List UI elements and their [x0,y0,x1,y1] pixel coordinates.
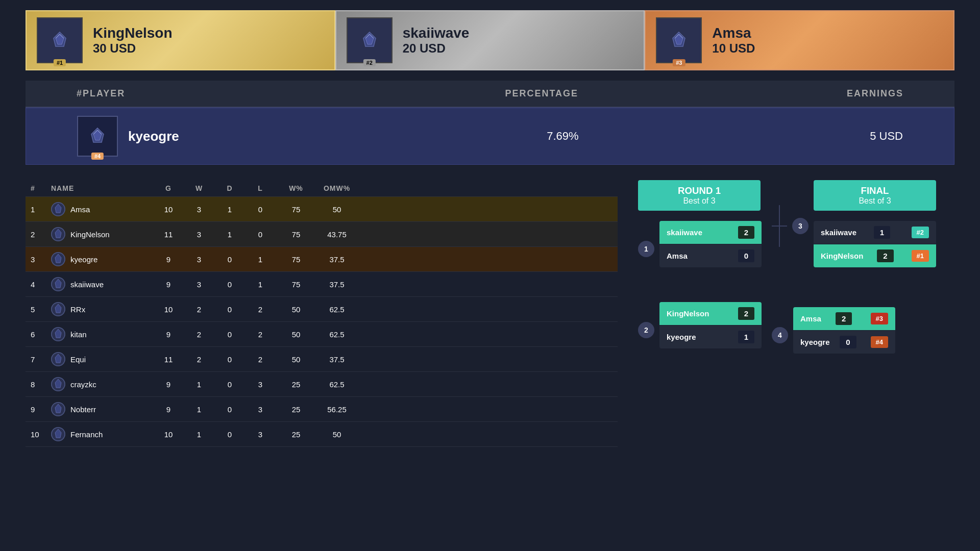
podium-first-name: KingNelson [93,25,173,41]
row-wpct: 25 [276,430,316,439]
row-l: 2 [245,330,276,339]
third-set: 4 Amsa 2 #3 kyeogre 0 #4 [772,307,936,358]
match1-p1-score: 2 [738,226,754,239]
row-d: 1 [214,230,245,239]
row-name: Fernanch [51,427,153,441]
row-d: 0 [214,380,245,389]
match2-set-num: 2 [638,322,654,338]
round1-title: ROUND 1 [648,185,750,196]
player-icon [51,377,65,391]
row-omw: 56.25 [316,405,357,414]
row-w: 3 [184,205,214,214]
connector-top [779,205,780,226]
row-rank: 5 [31,305,51,314]
row-rank: 6 [31,330,51,339]
row-g: 9 [153,405,184,414]
match1-p2-score: 0 [738,249,754,262]
podium-second-avatar: #2 [347,17,393,63]
match1-set: 1 skaiiwave 2 Amsa 0 [638,221,762,271]
player-icon [51,302,65,316]
featured-earnings: 5 USD [715,130,903,143]
col-d: D [214,184,245,192]
col-l: L [245,184,276,192]
row-name: kyeogre [51,252,153,266]
header-earn-col: EARNINGS [697,88,903,99]
row-omw: 62.5 [316,330,357,339]
third-p2-score: 0 [840,336,856,348]
row-w: 3 [184,230,214,239]
row-g: 9 [153,280,184,289]
row-wpct: 75 [276,230,316,239]
match2-row2: kyeogre 1 [659,325,762,348]
third-col: Amsa 2 #3 kyeogre 0 #4 [793,307,895,358]
final-subtitle: Best of 3 [824,196,926,206]
col-g: G [153,184,184,192]
col-omw: OMW% [316,184,357,192]
header-pct-col: PERCENTAGE [387,88,697,99]
podium-section: #1 KingNelson 30 USD #2 skaiiwave 20 USD [26,10,954,70]
right-bracket-col: 3 FINAL Best of 3 skaiiwave 1 #2 [772,180,936,358]
third-p2-name: kyeogre [800,338,830,346]
row-rank: 9 [31,405,51,414]
standings-table: # NAME G W D L W% OMW% 1 Amsa 10 3 1 0 [26,180,618,447]
row-rank: 2 [31,230,51,239]
row-wpct: 50 [276,355,316,364]
row-g: 9 [153,380,184,389]
third-match-block: Amsa 2 #3 kyeogre 0 #4 [793,307,895,354]
connector-bottom [779,227,780,247]
row-l: 3 [245,430,276,439]
row-omw: 37.5 [316,280,357,289]
third-p2-seed: #4 [871,336,888,348]
table-row: 9 Nobterr 9 1 0 3 25 56.25 [26,397,618,422]
row-omw: 37.5 [316,255,357,264]
row-w: 1 [184,405,214,414]
final-p2-name: KingNelson [821,252,863,260]
row-d: 0 [214,355,245,364]
row-w: 3 [184,280,214,289]
podium-third-name: Amsa [712,25,755,41]
row-l: 1 [245,255,276,264]
third-p1-seed: #3 [871,313,888,324]
third-row2: kyeogre 0 #4 [793,331,895,354]
third-p1-score: 2 [836,312,852,325]
connector-area [772,205,787,247]
main-content: # NAME G W D L W% OMW% 1 Amsa 10 3 1 0 [26,180,954,447]
player-icon [51,402,65,416]
match2-block: KingNelson 2 kyeogre 1 [659,302,762,348]
row-rank: 4 [31,280,51,289]
player-icon [51,252,65,266]
row-wpct: 75 [276,255,316,264]
row-d: 0 [214,430,245,439]
final-match-block: skaiiwave 1 #2 KingNelson 2 #1 [814,221,936,267]
match2-p1-score: 2 [738,307,754,320]
podium-first-info: KingNelson 30 USD [93,25,173,56]
final-p2-score: 2 [877,249,893,262]
featured-player: #4 kyeogre 7.69% 5 USD [26,108,954,165]
row-wpct: 25 [276,380,316,389]
featured-avatar: #4 [77,116,118,157]
podium-first-rank: #1 [54,59,66,66]
final-row2: KingNelson 2 #1 [814,244,936,267]
table-row: 5 RRx 10 2 0 2 50 62.5 [26,297,618,322]
podium-third-info: Amsa 10 USD [712,25,755,56]
row-g: 10 [153,305,184,314]
row-name: skaiiwave [51,277,153,291]
match1-set-num: 1 [638,241,654,257]
podium-third-earnings: 10 USD [712,41,755,56]
player-icon [51,327,65,341]
row-g: 9 [153,255,184,264]
row-rank: 3 [31,255,51,264]
match2-row1: KingNelson 2 [659,302,762,325]
row-wpct: 50 [276,330,316,339]
final-p1-score: 1 [874,226,890,239]
row-wpct: 50 [276,305,316,314]
final-p2-seed: #1 [912,250,929,262]
table-row: 4 skaiiwave 9 3 0 1 75 37.5 [26,272,618,297]
row-name: kitan [51,327,153,341]
row-l: 0 [245,230,276,239]
row-rank: 7 [31,355,51,364]
row-d: 0 [214,405,245,414]
row-g: 11 [153,230,184,239]
round1-column: ROUND 1 Best of 3 1 skaiiwave 2 Amsa 0 [638,180,762,353]
table-row: 10 Fernanch 10 1 0 3 25 50 [26,422,618,447]
